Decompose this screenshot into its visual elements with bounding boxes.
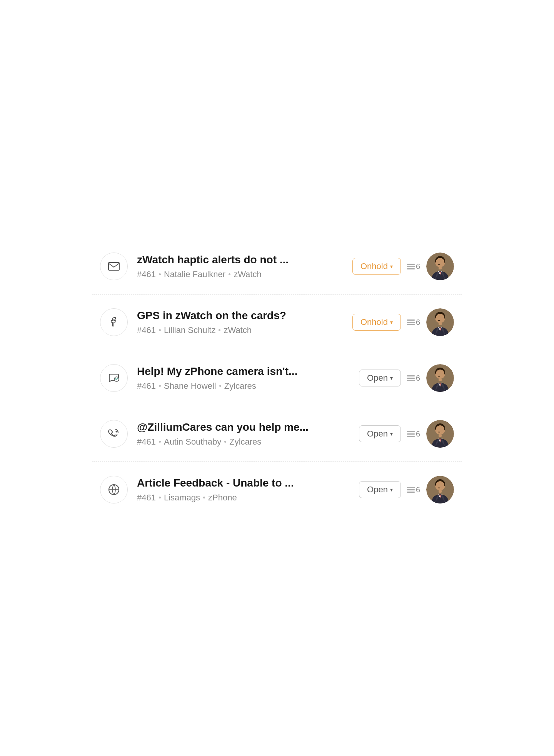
separator-dot — [229, 273, 230, 275]
status-label: Open — [367, 429, 388, 439]
agent-avatar — [426, 253, 454, 280]
separator-dot — [203, 497, 205, 498]
svg-rect-3 — [439, 267, 442, 269]
priority-count: 6 — [416, 374, 420, 383]
separator-dot — [159, 441, 161, 443]
status-label: Open — [367, 485, 388, 495]
lines-icon — [407, 375, 415, 381]
ticket-title: Article Feedback - Unable to ... — [137, 477, 350, 490]
ticket-item[interactable]: Help! My zPhone camera isn't... #461 Sha… — [92, 350, 462, 406]
ticket-contact: Lillian Schultz — [164, 325, 216, 335]
ticket-meta: #461 Lisamags zPhone — [137, 493, 350, 503]
status-label: Onhold — [360, 317, 388, 327]
ticket-number: #461 — [137, 437, 156, 447]
ticket-product: zWatch — [234, 269, 262, 279]
priority-indicator: 6 — [407, 374, 420, 383]
ticket-item[interactable]: GPS in zWatch on the cards? #461 Lillian… — [92, 294, 462, 350]
ticket-actions: Open ▾ 6 — [359, 476, 454, 503]
status-dropdown[interactable]: Open ▾ — [359, 425, 401, 442]
ticket-meta: #461 Autin Southaby Zylcares — [137, 437, 350, 447]
ticket-content: GPS in zWatch on the cards? #461 Lillian… — [137, 309, 343, 335]
separator-dot — [159, 329, 161, 331]
agent-avatar — [426, 420, 454, 448]
lines-icon — [407, 487, 415, 493]
ticket-actions: Open ▾ 6 — [359, 420, 454, 448]
dropdown-arrow-icon: ▾ — [390, 431, 393, 437]
web-channel-icon — [100, 476, 128, 503]
ticket-product: zPhone — [208, 493, 237, 503]
svg-rect-10 — [439, 378, 442, 381]
priority-count: 6 — [416, 318, 420, 327]
separator-dot — [159, 273, 161, 275]
ticket-number: #461 — [137, 493, 156, 503]
lines-icon — [407, 319, 415, 325]
ticket-title: GPS in zWatch on the cards? — [137, 309, 343, 322]
priority-indicator: 6 — [407, 430, 420, 438]
ticket-product: Zylcares — [229, 437, 261, 447]
ticket-meta: #461 Lillian Schultz zWatch — [137, 325, 343, 335]
ticket-actions: Open ▾ 6 — [359, 364, 454, 392]
status-dropdown[interactable]: Open ▾ — [359, 370, 401, 386]
ticket-meta: #461 Shane Howell Zylcares — [137, 381, 350, 391]
ticket-content: @ZilliumCares can you help me... #461 Au… — [137, 421, 350, 447]
separator-dot — [159, 497, 161, 498]
ticket-title: zWatch haptic alerts do not ... — [137, 253, 343, 266]
svg-rect-0 — [108, 263, 119, 270]
ticket-title: Help! My zPhone camera isn't... — [137, 365, 350, 378]
svg-rect-17 — [439, 490, 442, 493]
ticket-contact: Lisamags — [164, 493, 200, 503]
ticket-contact: Autin Southaby — [164, 437, 221, 447]
ticket-title: @ZilliumCares can you help me... — [137, 421, 350, 434]
status-dropdown[interactable]: Onhold ▾ — [352, 258, 401, 275]
ticket-content: Help! My zPhone camera isn't... #461 Sha… — [137, 365, 350, 391]
agent-avatar — [426, 308, 454, 336]
priority-indicator: 6 — [407, 262, 420, 271]
ticket-content: Article Feedback - Unable to ... #461 Li… — [137, 477, 350, 503]
lines-icon — [407, 431, 415, 437]
ticket-number: #461 — [137, 381, 156, 391]
dropdown-arrow-icon: ▾ — [390, 375, 393, 381]
lines-icon — [407, 264, 415, 269]
dropdown-arrow-icon: ▾ — [390, 487, 393, 493]
ticket-item[interactable]: zWatch haptic alerts do not ... #461 Nat… — [92, 239, 462, 294]
ticket-contact: Shane Howell — [164, 381, 216, 391]
dropdown-arrow-icon: ▾ — [390, 319, 393, 325]
separator-dot — [219, 385, 221, 387]
agent-avatar — [426, 364, 454, 392]
ticket-product: zWatch — [224, 325, 252, 335]
separator-dot — [224, 441, 226, 443]
svg-rect-6 — [439, 323, 442, 325]
facebook-channel-icon — [100, 308, 128, 336]
ticket-list: zWatch haptic alerts do not ... #461 Nat… — [92, 239, 462, 517]
status-label: Open — [367, 373, 388, 383]
phone-channel-icon — [100, 420, 128, 448]
status-label: Onhold — [360, 261, 388, 271]
priority-indicator: 6 — [407, 485, 420, 494]
email-channel-icon — [100, 253, 128, 280]
status-dropdown[interactable]: Onhold ▾ — [352, 314, 401, 331]
priority-indicator: 6 — [407, 318, 420, 327]
ticket-number: #461 — [137, 325, 156, 335]
svg-rect-13 — [439, 434, 442, 437]
ticket-contact: Natalie Faulkner — [164, 269, 225, 279]
agent-avatar — [426, 476, 454, 503]
ticket-item[interactable]: Article Feedback - Unable to ... #461 Li… — [92, 462, 462, 517]
ticket-meta: #461 Natalie Faulkner zWatch — [137, 269, 343, 279]
priority-count: 6 — [416, 430, 420, 438]
ticket-number: #461 — [137, 269, 156, 279]
priority-count: 6 — [416, 485, 420, 494]
chat-channel-icon — [100, 364, 128, 392]
ticket-actions: Onhold ▾ 6 — [352, 308, 454, 336]
ticket-product: Zylcares — [224, 381, 256, 391]
status-dropdown[interactable]: Open ▾ — [359, 481, 401, 498]
ticket-item[interactable]: @ZilliumCares can you help me... #461 Au… — [92, 406, 462, 462]
ticket-actions: Onhold ▾ 6 — [352, 253, 454, 280]
ticket-content: zWatch haptic alerts do not ... #461 Nat… — [137, 253, 343, 279]
dropdown-arrow-icon: ▾ — [390, 263, 393, 269]
separator-dot — [159, 385, 161, 387]
priority-count: 6 — [416, 262, 420, 271]
separator-dot — [219, 329, 220, 331]
